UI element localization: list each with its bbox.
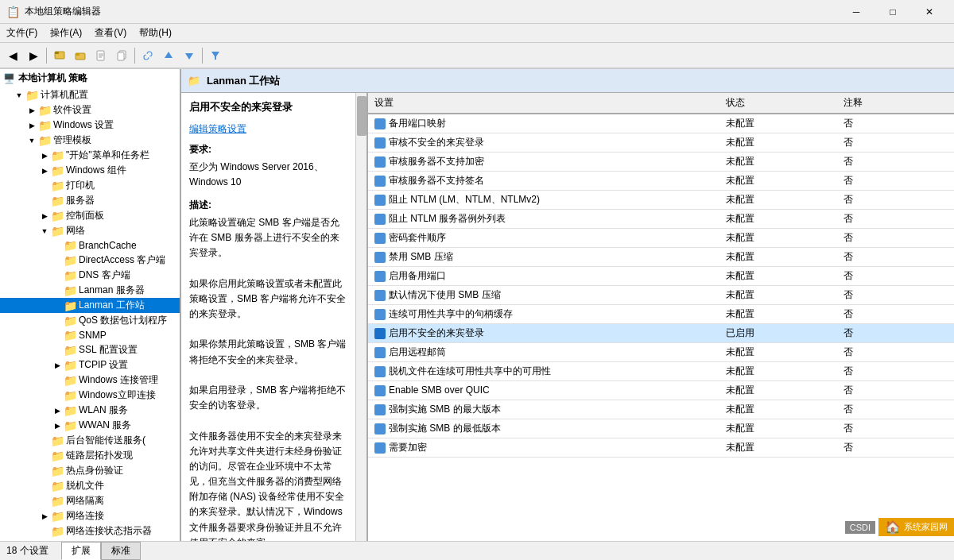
table-row[interactable]: 密码套件顺序未配置否 <box>368 229 954 248</box>
minimize-button[interactable]: ─ <box>838 0 874 24</box>
menu-file[interactable]: 文件(F) <box>0 25 44 41</box>
toolbar-link[interactable] <box>138 46 157 65</box>
col-setting[interactable]: 设置 <box>368 93 719 114</box>
expand-control[interactable]: ▶ <box>38 210 51 222</box>
tree-wlan[interactable]: ▶ 📁 WLAN 服务 <box>0 403 180 418</box>
tree-wininstant[interactable]: ▶ 📁 Windows立即连接 <box>0 388 180 403</box>
toolbar-new[interactable] <box>91 46 111 65</box>
edit-policy-link[interactable]: 编辑策略设置 <box>189 123 246 134</box>
table-row[interactable]: 阻止 NTLM (LM、NTLM、NTLMv2)未配置否 <box>368 191 954 210</box>
table-row[interactable]: 审核不安全的来宾登录未配置否 <box>368 133 954 153</box>
tree-lanmanserver[interactable]: ▶ 📁 Lanman 服务器 <box>0 283 180 298</box>
toolbar-copy[interactable] <box>112 46 131 65</box>
expand-wwan[interactable]: ▶ <box>51 419 64 432</box>
col-status[interactable]: 状态 <box>719 93 836 114</box>
expand-tcpip[interactable]: ▶ <box>51 359 64 372</box>
wlan-label: WLAN 服务 <box>79 404 128 417</box>
toolbar-folder[interactable] <box>71 46 90 65</box>
title-bar-controls: ─ □ ✕ <box>838 0 948 24</box>
setting-icon <box>374 309 386 320</box>
tree-winconn[interactable]: ▶ 📁 Windows 连接管理 <box>0 373 180 388</box>
toolbar-forward[interactable]: ▶ <box>24 46 43 65</box>
setting-name: 审核服务器不支持加密 <box>368 153 719 172</box>
setting-comment: 否 <box>837 362 954 381</box>
table-row[interactable]: 强制实施 SMB 的最大版本未配置否 <box>368 400 954 419</box>
menu-bar: 文件(F) 操作(A) 查看(V) 帮助(H) <box>0 24 954 43</box>
table-row[interactable]: 启用备用端口未配置否 <box>368 267 954 286</box>
toolbar-sep3 <box>202 48 203 64</box>
tree-isolation[interactable]: ▶ 📁 网络隔离 <box>0 493 180 508</box>
table-row[interactable]: 审核服务器不支持签名未配置否 <box>368 172 954 191</box>
tree-root[interactable]: 🖥️ 本地计算机 策略 <box>0 69 180 87</box>
folder-icon-isolation: 📁 <box>51 495 64 508</box>
tree-wincomp[interactable]: ▶ 📁 Windows 组件 <box>0 163 180 178</box>
table-row[interactable]: Enable SMB over QUIC未配置否 <box>368 381 954 400</box>
table-row[interactable]: 启用不安全的来宾登录已启用否 <box>368 324 954 343</box>
tree-wwan[interactable]: ▶ 📁 WWAN 服务 <box>0 418 180 433</box>
table-row[interactable]: 连续可用性共享中的句柄缓存未配置否 <box>368 305 954 324</box>
require-label: 要求: <box>189 142 347 156</box>
toolbar-filter[interactable] <box>206 46 225 65</box>
tree-server[interactable]: ▶ 📁 服务器 <box>0 193 180 208</box>
setting-status: 未配置 <box>719 153 836 172</box>
table-row[interactable]: 默认情况下使用 SMB 压缩未配置否 <box>368 286 954 305</box>
setting-status: 未配置 <box>719 248 836 267</box>
table-row[interactable]: 启用远程邮筒未配置否 <box>368 343 954 362</box>
menu-view[interactable]: 查看(V) <box>88 25 133 41</box>
tree-computer-config[interactable]: ▼ 📁 计算机配置 <box>0 87 180 102</box>
expand-wlan[interactable]: ▶ <box>51 404 64 417</box>
expand-windows[interactable]: ▶ <box>25 119 38 132</box>
tree-ssl[interactable]: ▶ 📁 SSL 配置设置 <box>0 342 180 357</box>
tree-netstat[interactable]: ▶ 📁 网络连接状态指示器 <box>0 523 180 539</box>
tree-qos[interactable]: ▶ 📁 QoS 数据包计划程序 <box>0 313 180 328</box>
table-row[interactable]: 审核服务器不支持加密未配置否 <box>368 153 954 172</box>
tree-tcpip[interactable]: ▶ 📁 TCPIP 设置 <box>0 357 180 373</box>
tree-printer[interactable]: ▶ 📁 打印机 <box>0 178 180 193</box>
tree-control[interactable]: ▶ 📁 控制面板 <box>0 208 180 223</box>
tree-dns[interactable]: ▶ 📁 DNS 客户端 <box>0 268 180 283</box>
tab-expand[interactable]: 扩展 <box>61 542 101 560</box>
table-row[interactable]: 需要加密未配置否 <box>368 438 954 458</box>
desc-scrollbar[interactable] <box>355 93 366 541</box>
expand-computer[interactable]: ▼ <box>13 89 25 102</box>
expand-software[interactable]: ▶ <box>25 104 38 117</box>
tree-snmp[interactable]: ▶ 📁 SNMP <box>0 328 180 342</box>
tree-admin-templates[interactable]: ▼ 📁 管理模板 <box>0 133 180 148</box>
col-comment[interactable]: 注释 <box>837 93 954 114</box>
folder-icon-software: 📁 <box>38 104 51 117</box>
expand-netconn[interactable]: ▶ <box>38 510 51 523</box>
toolbar-back[interactable]: ◀ <box>3 46 22 65</box>
setting-status: 未配置 <box>719 419 836 438</box>
table-row[interactable]: 脱机文件在连续可用性共享中的可用性未配置否 <box>368 362 954 381</box>
folder-icon-dns: 📁 <box>64 269 76 282</box>
tree-network[interactable]: ▼ 📁 网络 <box>0 223 180 238</box>
expand-admin[interactable]: ▼ <box>25 134 38 147</box>
maximize-button[interactable]: □ <box>874 0 911 24</box>
expand-wincomp[interactable]: ▶ <box>38 164 51 177</box>
tree-linktopo[interactable]: ▶ 📁 链路层拓扑发现 <box>0 448 180 463</box>
tree-windows-settings[interactable]: ▶ 📁 Windows 设置 <box>0 118 180 133</box>
table-row[interactable]: 强制实施 SMB 的最低版本未配置否 <box>368 419 954 438</box>
tree-offline[interactable]: ▶ 📁 脱机文件 <box>0 478 180 493</box>
tree-software[interactable]: ▶ 📁 软件设置 <box>0 102 180 118</box>
tree-startmenu[interactable]: ▶ 📁 "开始"菜单和任务栏 <box>0 148 180 163</box>
toolbar-up[interactable] <box>50 46 69 65</box>
menu-action[interactable]: 操作(A) <box>44 25 88 41</box>
menu-help[interactable]: 帮助(H) <box>133 25 178 41</box>
tree-directaccess[interactable]: ▶ 📁 DirectAccess 客户端 <box>0 253 180 268</box>
expand-network[interactable]: ▼ <box>38 225 51 238</box>
table-row[interactable]: 禁用 SMB 压缩未配置否 <box>368 248 954 267</box>
close-button[interactable]: ✕ <box>911 0 948 24</box>
expand-startmenu[interactable]: ▶ <box>38 149 51 162</box>
tree-lanmanworkstation[interactable]: ▶ 📁 Lanman 工作站 <box>0 298 180 313</box>
table-row[interactable]: 阻止 NTLM 服务器例外列表未配置否 <box>368 210 954 229</box>
tree-bgdeliver[interactable]: ▶ 📁 后台智能传送服务( <box>0 433 180 448</box>
toolbar-up2[interactable] <box>159 46 178 65</box>
tab-standard[interactable]: 标准 <box>101 542 141 560</box>
tree-branchcache[interactable]: ▶ 📁 BranchCache <box>0 238 180 253</box>
toolbar-down[interactable] <box>180 46 199 65</box>
tree-hotspot[interactable]: ▶ 📁 热点身份验证 <box>0 463 180 478</box>
table-row[interactable]: 备用端口映射未配置否 <box>368 114 954 133</box>
tree-netconn[interactable]: ▶ 📁 网络连接 <box>0 508 180 523</box>
hotspot-label: 热点身份验证 <box>66 464 123 477</box>
